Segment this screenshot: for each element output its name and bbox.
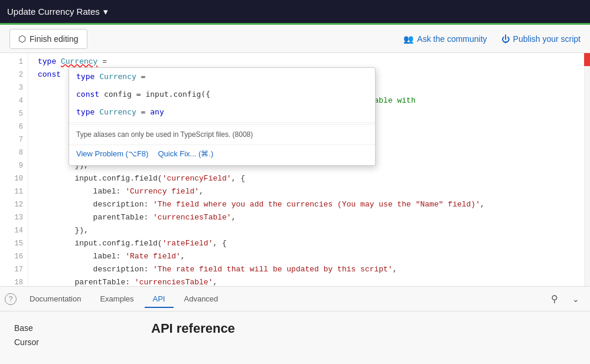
- tab-api[interactable]: API: [145, 291, 174, 308]
- sidebar-item-cursor[interactable]: Cursor: [14, 335, 132, 349]
- sidebar-item-base[interactable]: Base: [14, 321, 132, 335]
- bottom-panel: ? Documentation Examples API Advanced ⚲ …: [0, 286, 590, 364]
- ask-community-label: Ask the community: [417, 34, 487, 44]
- bottom-tabs: ? Documentation Examples API Advanced ⚲ …: [0, 287, 590, 311]
- kw-type: type: [38, 55, 61, 68]
- bottom-main: API reference: [151, 321, 576, 349]
- help-icon-label: ?: [9, 295, 13, 303]
- view-problem-link[interactable]: View Problem (⌥F8): [76, 147, 148, 160]
- code-line-1: type Currency =: [38, 55, 590, 68]
- code-line-10: input.config.field('currencyField', {: [38, 172, 590, 185]
- code-line-17: description: 'The rate field that will b…: [38, 263, 590, 276]
- autocomplete-divider: [69, 122, 375, 123]
- publish-script-link[interactable]: ⏻ Publish your script: [501, 34, 581, 44]
- scrollbar-error-indicator: [584, 53, 590, 286]
- line-num-10: 10: [5, 172, 23, 185]
- tab-advanced-label: Advanced: [184, 294, 219, 303]
- editor-toolbar: ⬡ Finish editing 👥 Ask the community ⏻ P…: [0, 25, 590, 53]
- top-bar: Update Currency Rates ▾: [0, 0, 590, 25]
- toolbar-right: 👥 Ask the community ⏻ Publish your scrip…: [403, 34, 581, 44]
- line-num-4: 4: [5, 94, 23, 107]
- publish-script-label: Publish your script: [513, 34, 581, 44]
- bottom-chevron-button[interactable]: ⌄: [566, 290, 585, 309]
- code-line-13: parentTable: 'currenciesTable',: [38, 211, 590, 224]
- ask-community-icon: 👥: [403, 34, 413, 44]
- chevron-down-icon: ⌄: [572, 294, 579, 304]
- code-line-12: description: 'The field where you add th…: [38, 198, 590, 211]
- tab-examples[interactable]: Examples: [92, 291, 142, 308]
- api-reference-title: API reference: [151, 321, 576, 336]
- top-bar-chevron[interactable]: ▾: [103, 6, 108, 17]
- finish-editing-label: Finish editing: [30, 34, 79, 44]
- line-num-13: 13: [5, 211, 23, 224]
- autocomplete-popup: type Currency = const config = input.con…: [69, 67, 376, 166]
- tab-documentation[interactable]: Documentation: [21, 291, 89, 308]
- line-num-7: 7: [5, 133, 23, 146]
- scrollbar-error-marker-1: [584, 53, 590, 66]
- top-bar-title: Update Currency Rates ▾: [7, 6, 108, 17]
- quick-fix-link[interactable]: Quick Fix... (⌘.): [158, 147, 213, 160]
- autocomplete-actions: View Problem (⌥F8) Quick Fix... (⌘.): [69, 145, 375, 165]
- line-num-5: 5: [5, 107, 23, 120]
- bottom-search-button[interactable]: ⚲: [545, 290, 564, 309]
- search-icon: ⚲: [551, 293, 558, 304]
- line-num-16: 16: [5, 250, 23, 263]
- line-num-17: 17: [5, 263, 23, 276]
- line-num-3: 3: [5, 81, 23, 94]
- tab-documentation-label: Documentation: [30, 294, 81, 303]
- tab-api-label: API: [153, 294, 165, 303]
- line-num-15: 15: [5, 237, 23, 250]
- code-line-11: label: 'Currency field',: [38, 185, 590, 198]
- type-currency: Currency: [61, 55, 97, 68]
- code-line-18: parentTable: 'currenciesTable',: [38, 276, 590, 286]
- kw-const: const: [38, 68, 61, 81]
- line-num-11: 11: [5, 185, 23, 198]
- top-bar-title-text: Update Currency Rates: [7, 6, 100, 17]
- publish-script-icon: ⏻: [501, 34, 510, 44]
- autocomplete-item-2[interactable]: const config = input.config({: [69, 86, 375, 103]
- line-num-14: 14: [5, 224, 23, 237]
- line-num-2: 2: [5, 68, 23, 81]
- autocomplete-item-1[interactable]: type Currency =: [69, 68, 375, 86]
- bottom-content: Base Cursor API reference: [0, 311, 590, 359]
- ask-community-link[interactable]: 👥 Ask the community: [403, 34, 487, 44]
- line-num-18: 18: [5, 276, 23, 286]
- tab-examples-label: Examples: [100, 294, 133, 303]
- line-num-12: 12: [5, 198, 23, 211]
- line-numbers: 1 2 3 4 5 6 7 8 9 10 11 12 13 14 15 16 1…: [0, 53, 28, 286]
- line-num-9: 9: [5, 159, 23, 172]
- finish-editing-icon: ⬡: [18, 34, 26, 44]
- line-num-8: 8: [5, 146, 23, 159]
- help-icon[interactable]: ?: [5, 293, 17, 305]
- code-line-16: label: 'Rate field',: [38, 250, 590, 263]
- autocomplete-error-message: Type aliases can only be used in TypeScr…: [69, 124, 375, 145]
- line-num-1: 1: [5, 55, 23, 68]
- tab-advanced[interactable]: Advanced: [176, 291, 227, 308]
- code-line-14: }),: [38, 224, 590, 237]
- code-line-15: input.config.field('rateField', {: [38, 237, 590, 250]
- finish-editing-button[interactable]: ⬡ Finish editing: [9, 29, 87, 49]
- code-content[interactable]: type Currency = const d ncies table. Cre…: [28, 53, 590, 286]
- line-num-6: 6: [5, 120, 23, 133]
- editor-container: 1 2 3 4 5 6 7 8 9 10 11 12 13 14 15 16 1…: [0, 53, 590, 286]
- autocomplete-item-3[interactable]: type Currency = any: [69, 103, 375, 121]
- bottom-sidebar: Base Cursor: [14, 321, 132, 349]
